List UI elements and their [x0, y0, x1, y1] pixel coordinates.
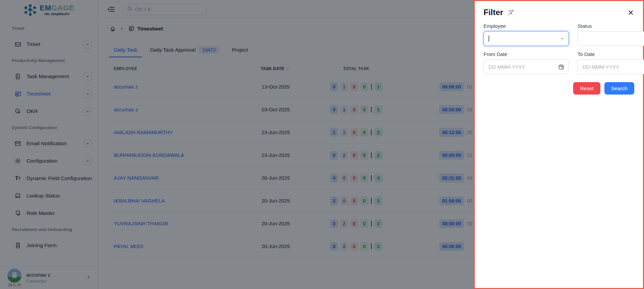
from-date-field[interactable] — [484, 59, 569, 74]
employee-select[interactable] — [484, 31, 569, 46]
employee-label: Employee — [484, 23, 569, 29]
chevron-down-icon — [560, 37, 564, 41]
status-label: Status — [578, 23, 644, 29]
filter-drawer: Filter Employee Status — [474, 0, 644, 289]
from-date-label: From Date — [484, 51, 569, 57]
reset-button[interactable]: Reset — [573, 82, 600, 95]
filter-title: Filter — [484, 8, 503, 17]
close-icon[interactable] — [627, 9, 634, 16]
from-date-input[interactable] — [489, 64, 555, 70]
text-caret — [489, 36, 489, 42]
to-date-field[interactable] — [578, 59, 644, 74]
clear-filter-icon[interactable] — [507, 9, 515, 16]
search-button[interactable]: Search — [604, 82, 634, 95]
status-select[interactable] — [578, 31, 644, 46]
to-date-input[interactable] — [583, 64, 644, 70]
to-date-label: To Date — [578, 51, 644, 57]
calendar-icon[interactable] — [558, 64, 564, 70]
app-root: EMGAGE HR, Simplified!® Ticket Ticket Pr… — [0, 0, 644, 289]
